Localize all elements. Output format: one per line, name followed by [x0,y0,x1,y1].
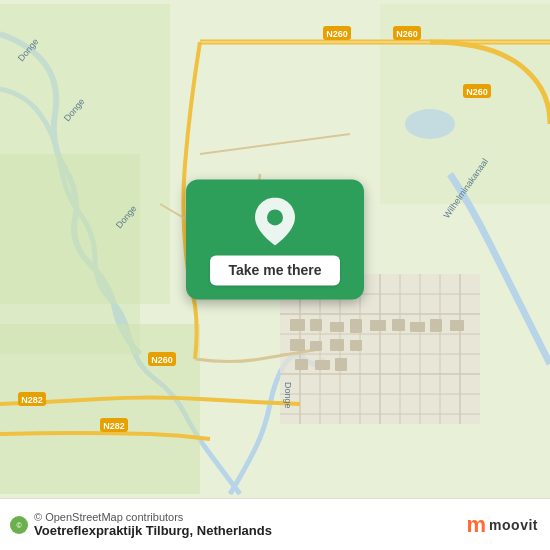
svg-rect-28 [370,320,386,331]
app-container: Donge Donge Donge Donge Wilhelminakanaal… [0,0,550,550]
svg-rect-34 [310,341,322,351]
svg-rect-27 [350,319,362,333]
svg-rect-25 [310,319,322,331]
svg-rect-26 [330,322,344,332]
svg-rect-31 [430,319,442,332]
svg-rect-29 [392,319,405,331]
footer-info: © OpenStreetMap contributors Voetreflexp… [34,511,272,538]
svg-rect-37 [295,359,308,370]
location-card: Take me there [186,179,364,299]
svg-text:N260: N260 [466,87,488,97]
attribution-text: © OpenStreetMap contributors [34,511,272,523]
openstreetmap-logo: © [10,516,28,534]
moovit-brand-text: moovit [489,517,538,533]
moovit-m-letter: m [467,514,486,536]
svg-rect-30 [410,322,425,332]
svg-point-58 [267,209,283,225]
svg-text:N260: N260 [396,29,418,39]
svg-rect-39 [335,358,347,371]
svg-text:N260: N260 [326,29,348,39]
svg-point-40 [405,109,455,139]
svg-text:N260: N260 [151,355,173,365]
svg-text:Donge: Donge [283,382,293,409]
svg-text:©: © [16,522,22,529]
svg-rect-32 [450,320,464,331]
svg-text:N282: N282 [21,395,43,405]
svg-text:N282: N282 [103,421,125,431]
footer-left: © © OpenStreetMap contributors Voetrefle… [10,511,272,538]
svg-rect-33 [290,339,305,351]
footer-bar: © © OpenStreetMap contributors Voetrefle… [0,498,550,550]
svg-rect-36 [350,340,362,351]
moovit-logo: m moovit [467,514,538,536]
svg-rect-38 [315,360,330,370]
map-area: Donge Donge Donge Donge Wilhelminakanaal… [0,0,550,498]
svg-rect-4 [0,324,200,494]
map-pin-icon [255,197,295,245]
location-name: Voetreflexpraktijk Tilburg, Netherlands [34,523,272,538]
svg-rect-35 [330,339,344,351]
svg-rect-24 [290,319,305,331]
take-me-there-button[interactable]: Take me there [210,255,339,285]
